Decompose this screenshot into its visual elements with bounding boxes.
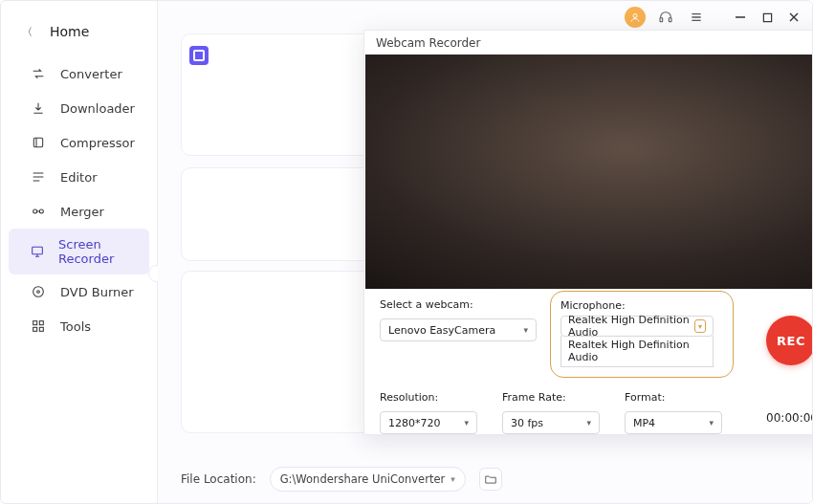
sidebar-item-label: Editor (60, 170, 97, 185)
file-location-value: G:\Wondershare UniConverter (280, 472, 446, 486)
chevron-down-icon: ▾ (709, 418, 714, 427)
converter-icon (30, 65, 47, 82)
back-home[interactable]: 〈 Home (1, 18, 157, 56)
controls-row-2: Resolution: 1280*720 ▾ Frame Rate: 30 fp… (380, 391, 813, 434)
sidebar-item-label: Merger (60, 205, 104, 219)
screen-recorder-icon (30, 243, 45, 260)
sidebar-item-label: Screen Recorder (58, 237, 136, 266)
webcam-preview (365, 55, 813, 289)
chevron-down-icon[interactable]: ▾ (694, 319, 706, 333)
format-select[interactable]: MP4 ▾ (625, 411, 722, 434)
webcam-select-value: Lenovo EasyCamera (388, 324, 495, 337)
titlebar (158, 1, 812, 33)
sidebar-item-label: Downloader (60, 101, 135, 116)
microphone-label: Microphone: (560, 299, 714, 312)
svg-point-2 (39, 209, 43, 213)
tools-icon (30, 318, 47, 335)
sidebar-item-label: Converter (60, 67, 122, 81)
sidebar-item-merger[interactable]: Merger (9, 194, 149, 229)
svg-point-1 (33, 209, 37, 213)
app-window: 〈 Home Converter Downloader Compressor (0, 0, 813, 504)
format-label: Format: (625, 391, 722, 404)
svg-rect-9 (39, 327, 43, 331)
sidebar-item-dvd-burner[interactable]: DVD Burner (9, 274, 149, 309)
sidebar-item-compressor[interactable]: Compressor (9, 125, 149, 160)
svg-rect-13 (763, 13, 771, 21)
framerate-select[interactable]: 30 fps ▾ (502, 411, 600, 434)
resolution-group: Resolution: 1280*720 ▾ (380, 391, 477, 434)
microphone-option[interactable]: Realtek High Definition Audio (568, 339, 706, 363)
sidebar-item-screen-recorder[interactable]: Screen Recorder (9, 229, 149, 274)
svg-rect-12 (669, 18, 671, 22)
chevron-down-icon: ▾ (464, 418, 469, 427)
record-button-label: REC (777, 334, 805, 348)
modal-title: Webcam Recorder (376, 36, 480, 50)
record-button[interactable]: REC (766, 316, 813, 365)
sidebar-item-label: Tools (60, 319, 91, 334)
modal-controls: Select a webcam: Lenovo EasyCamera ▾ Mic… (364, 289, 813, 434)
sidebar-item-tools[interactable]: Tools (9, 309, 149, 343)
compressor-icon (30, 134, 47, 151)
framerate-value: 30 fps (511, 417, 543, 429)
dvd-icon (30, 283, 47, 300)
svg-point-5 (37, 291, 40, 294)
home-label: Home (50, 24, 89, 39)
support-icon[interactable] (655, 7, 676, 28)
microphone-select-group: Microphone: Realtek High Definition Audi… (550, 291, 734, 378)
editor-icon (30, 168, 47, 186)
webcam-recorder-modal: Webcam Recorder Select a webcam: Lenovo … (363, 30, 813, 435)
svg-rect-0 (33, 138, 42, 146)
svg-rect-8 (33, 327, 37, 331)
microphone-dropdown-list: Realtek High Definition Audio (560, 336, 714, 367)
sidebar: 〈 Home Converter Downloader Compressor (1, 1, 158, 503)
merger-icon (30, 203, 47, 220)
resolution-select[interactable]: 1280*720 ▾ (380, 411, 477, 434)
recorder-tile-icon (189, 46, 209, 65)
download-icon (30, 99, 47, 117)
resolution-value: 1280*720 (388, 417, 441, 429)
framerate-group: Frame Rate: 30 fps ▾ (502, 391, 600, 434)
file-location-label: File Location: (181, 472, 256, 486)
webcam-select-label: Select a webcam: (380, 298, 537, 311)
open-folder-button[interactable] (479, 468, 502, 491)
modal-header: Webcam Recorder (364, 31, 813, 55)
chevron-down-icon: ▾ (586, 418, 591, 427)
chevron-down-icon: ▾ (450, 474, 455, 484)
microphone-select[interactable]: Realtek High Definition Audio ▾ (560, 316, 714, 337)
record-timer: 00:00:00 (766, 411, 813, 425)
svg-rect-6 (33, 321, 37, 325)
controls-row-1: Select a webcam: Lenovo EasyCamera ▾ Mic… (380, 298, 813, 378)
chevron-left-icon: 〈 (22, 25, 33, 39)
svg-rect-3 (33, 247, 43, 253)
file-location-select[interactable]: G:\Wondershare UniConverter ▾ (270, 467, 466, 492)
account-avatar-icon[interactable] (625, 7, 646, 28)
menu-icon[interactable] (686, 7, 707, 28)
svg-point-4 (33, 287, 44, 297)
sidebar-item-label: DVD Burner (60, 285, 134, 299)
resolution-label: Resolution: (380, 391, 477, 404)
sidebar-item-label: Compressor (60, 136, 135, 150)
sidebar-item-editor[interactable]: Editor (9, 160, 149, 194)
close-window-button[interactable] (785, 9, 802, 26)
webcam-select[interactable]: Lenovo EasyCamera ▾ (380, 318, 537, 341)
maximize-button[interactable] (758, 9, 776, 26)
microphone-select-value: Realtek High Definition Audio (568, 314, 694, 339)
svg-rect-11 (660, 18, 663, 22)
format-group: Format: MP4 ▾ (625, 391, 722, 434)
minimize-button[interactable] (732, 9, 749, 26)
sidebar-nav: Converter Downloader Compressor Editor (1, 56, 157, 343)
svg-point-10 (633, 14, 637, 18)
framerate-label: Frame Rate: (502, 391, 600, 404)
footer-bar: File Location: G:\Wondershare UniConvert… (181, 467, 789, 492)
webcam-select-group: Select a webcam: Lenovo EasyCamera ▾ (380, 298, 537, 341)
sidebar-item-downloader[interactable]: Downloader (9, 91, 149, 125)
chevron-down-icon: ▾ (523, 325, 528, 335)
main-area: Search Audio Recorder File Location: G:\… (158, 1, 812, 503)
sidebar-item-converter[interactable]: Converter (9, 56, 149, 91)
svg-rect-7 (39, 321, 43, 325)
format-value: MP4 (633, 417, 655, 429)
